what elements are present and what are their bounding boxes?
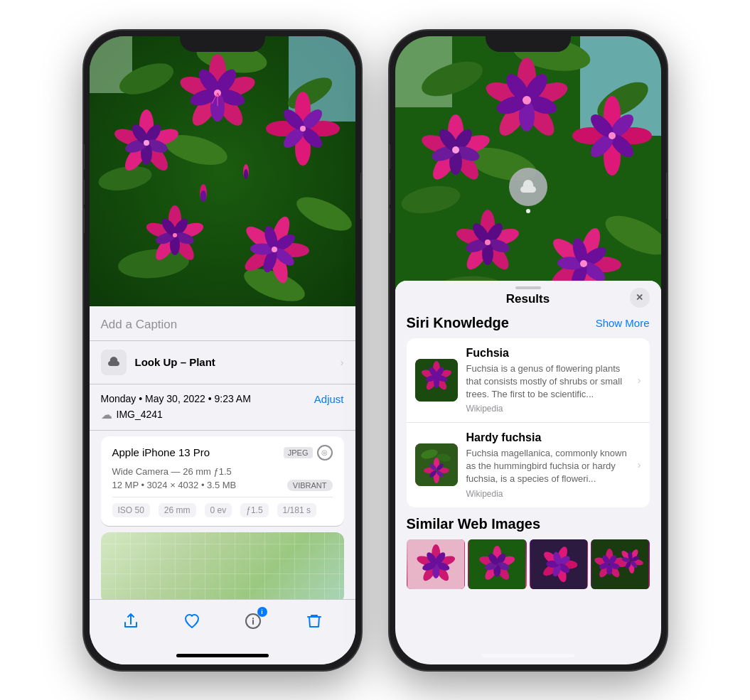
lookup-row[interactable]: Look Up – Plant ›: [90, 341, 355, 384]
phone-notch: [180, 31, 265, 52]
info-button[interactable]: i: [240, 608, 266, 634]
right-phone-screen: Results ✕ Siri Knowledge Show More: [395, 36, 661, 664]
device-name: Apple iPhone 13 Pro: [112, 446, 210, 458]
resolution-text: 12 MP • 3024 × 4032 • 3.5 MB: [112, 480, 237, 490]
bottom-toolbar: i: [90, 599, 355, 648]
results-title: Results: [506, 292, 550, 306]
svg-point-93: [523, 96, 531, 104]
svg-point-55: [173, 233, 177, 237]
hardy-fuchsia-item[interactable]: Hardy fuchsia Fuchsia magellanica, commo…: [407, 423, 650, 507]
fuchsia-thumbnail: [415, 359, 458, 402]
favorite-button[interactable]: [179, 608, 205, 634]
home-indicator: [90, 648, 355, 664]
similar-section: Similar Web Images: [407, 516, 650, 589]
exif-row: ISO 50 26 mm 0 ev ƒ1.5 1/181 s: [112, 497, 333, 517]
results-header: Results ✕: [395, 281, 661, 315]
fuchsia-info: Fuchsia Fuchsia is a genus of flowering …: [466, 347, 629, 414]
caption-area[interactable]: Add a Caption: [90, 306, 355, 341]
svg-point-66: [272, 247, 277, 252]
svg-point-35: [144, 140, 149, 146]
drag-handle: [515, 286, 541, 289]
meta-filename: IMG_4241: [117, 409, 163, 420]
ev-value: 0 ev: [205, 503, 232, 517]
meta-date: Monday • May 30, 2022 • 9:23 AM: [101, 393, 251, 404]
svg-point-135: [580, 260, 587, 267]
iso-value: ISO 50: [112, 503, 150, 517]
knowledge-card: Fuchsia Fuchsia is a genus of flowering …: [407, 338, 650, 507]
hardy-chevron: ›: [638, 459, 641, 470]
right-home-indicator: [395, 648, 661, 664]
shutter-value: 1/181 s: [277, 503, 316, 517]
svg-point-44: [300, 126, 306, 131]
svg-point-70: [244, 169, 248, 179]
left-phone: Add a Caption Look Up – Plant › Monday •…: [84, 31, 361, 670]
similar-images: [407, 539, 650, 589]
right-phone: Results ✕ Siri Knowledge Show More: [390, 31, 667, 670]
delete-button[interactable]: [301, 608, 327, 634]
hardy-desc: Fuchsia magellanica, commonly known as t…: [466, 447, 629, 486]
fuchsia-chevron: ›: [638, 375, 641, 386]
hardy-info: Hardy fuchsia Fuchsia magellanica, commo…: [466, 431, 629, 499]
similar-img-3[interactable]: [530, 539, 589, 589]
svg-point-68: [200, 190, 206, 202]
hardy-thumbnail: [415, 443, 458, 486]
hardy-name: Hardy fuchsia: [466, 431, 629, 444]
caption-placeholder: Add a Caption: [101, 318, 178, 331]
fuchsia-source: Wikipedia: [466, 404, 629, 414]
map-preview[interactable]: [101, 532, 344, 599]
left-phone-screen: Add a Caption Look Up – Plant › Monday •…: [90, 36, 355, 664]
camera-icon: ◎: [317, 445, 333, 461]
lookup-label: Look Up – Plant: [135, 356, 215, 368]
info-badge: i: [257, 607, 267, 617]
siri-dot: [526, 209, 530, 213]
siri-knowledge-header: Siri Knowledge Show More: [407, 315, 650, 331]
show-more-button[interactable]: Show More: [596, 317, 650, 329]
similar-img-1[interactable]: [407, 539, 466, 589]
hardy-source: Wikipedia: [466, 489, 629, 499]
similar-img-2[interactable]: [468, 539, 527, 589]
results-panel: Results ✕ Siri Knowledge Show More: [395, 281, 661, 664]
format-badge: JPEG: [284, 447, 313, 458]
adjust-button[interactable]: Adjust: [314, 393, 344, 405]
metadata-section: Monday • May 30, 2022 • 9:23 AM Adjust ☁…: [90, 384, 355, 431]
fuchsia-item[interactable]: Fuchsia Fuchsia is a genus of flowering …: [407, 338, 650, 424]
right-phone-notch: [486, 31, 571, 52]
camera-spec: Wide Camera — 26 mm ƒ1.5: [112, 466, 333, 477]
info-panel: Add a Caption Look Up – Plant › Monday •…: [90, 306, 355, 599]
close-button[interactable]: ✕: [630, 288, 650, 308]
svg-point-124: [485, 239, 491, 245]
siri-knowledge-title: Siri Knowledge: [407, 315, 509, 331]
lookup-icon: [101, 350, 127, 375]
siri-circle: [509, 168, 547, 206]
svg-point-104: [452, 146, 459, 154]
share-button[interactable]: [118, 608, 144, 634]
cloud-icon: ☁: [101, 408, 112, 421]
svg-point-113: [609, 132, 616, 139]
photo-area[interactable]: [90, 36, 355, 306]
vibrant-badge: VIBRANT: [287, 480, 333, 491]
focal-value: 26 mm: [159, 503, 196, 517]
aperture-value: ƒ1.5: [240, 503, 268, 517]
similar-img-4[interactable]: [591, 539, 650, 589]
fuchsia-desc: Fuchsia is a genus of flowering plants t…: [466, 362, 629, 402]
results-content: Siri Knowledge Show More: [395, 315, 661, 659]
fuchsia-name: Fuchsia: [466, 347, 629, 360]
device-section: Apple iPhone 13 Pro JPEG ◎ Wide Camera —…: [101, 436, 344, 527]
similar-title: Similar Web Images: [407, 516, 541, 532]
lookup-chevron: ›: [341, 357, 344, 368]
